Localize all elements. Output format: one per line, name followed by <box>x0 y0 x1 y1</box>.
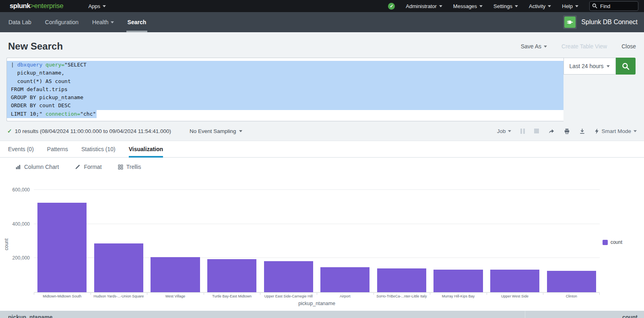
visualization-toolbar: Column Chart Format Trellis <box>0 158 644 176</box>
chevron-down-icon <box>111 21 114 23</box>
chart-bar[interactable] <box>204 176 260 292</box>
help-menu[interactable]: Help <box>562 3 578 9</box>
chevron-down-icon <box>508 130 511 132</box>
format-menu[interactable]: Format <box>75 164 101 170</box>
health-status-icon[interactable]: ✓ <box>388 3 395 10</box>
x-axis-category-label: Airport <box>317 293 374 299</box>
x-axis-category-label: Turtle Bay-East Midtown <box>204 293 260 299</box>
nav-item-data-lab[interactable]: Data Lab <box>2 12 38 32</box>
print-button[interactable] <box>564 128 570 134</box>
chart-bar[interactable] <box>317 176 374 292</box>
create-table-view-button: Create Table View <box>561 43 607 50</box>
chart-bar[interactable] <box>91 176 147 292</box>
x-axis-category-label: West Village <box>147 293 204 299</box>
search-results-bar: ✓ 10 results (08/04/2024 11:00:00.000 to… <box>0 121 644 141</box>
success-check-icon: ✓ <box>7 128 12 134</box>
stop-button <box>534 129 539 133</box>
splunk-logo[interactable]: splunk>enterprise <box>10 2 63 10</box>
page-header: New Search Save As Create Table View Clo… <box>0 32 644 58</box>
pause-icon <box>520 129 525 134</box>
event-sampling-menu[interactable]: No Event Sampling <box>190 128 242 134</box>
download-button[interactable] <box>579 128 585 134</box>
column-chart-icon <box>15 164 21 170</box>
y-axis-tick-label: 400,000 <box>12 221 30 227</box>
messages-menu[interactable]: Messages <box>453 3 483 9</box>
query-line: | dbxquery query="SELECT <box>7 61 564 69</box>
search-query-input[interactable]: | dbxquery query="SELECT pickup_ntaname,… <box>6 58 564 121</box>
chart-legend[interactable]: count <box>603 239 622 245</box>
trellis-grid-icon <box>118 164 123 170</box>
x-axis-category-label: Upper West Side <box>487 293 543 299</box>
chart-bar[interactable] <box>260 176 317 292</box>
legend-swatch <box>603 240 608 245</box>
query-line: LIMIT 10;" connection="chc" <box>7 110 564 118</box>
chart-type-picker[interactable]: Column Chart <box>15 164 59 170</box>
app-identity: Splunk DB Connect <box>563 15 638 29</box>
nav-item-search[interactable]: Search <box>121 12 153 32</box>
search-icon <box>592 3 597 8</box>
top-bar: splunk>enterprise Apps ✓ Administrator M… <box>0 0 644 12</box>
search-mode-menu[interactable]: Smart Mode <box>594 128 637 134</box>
x-axis-category-label: Clinton <box>543 293 600 299</box>
close-button[interactable]: Close <box>621 43 636 50</box>
legend-label: count <box>611 239 622 245</box>
trellis-menu[interactable]: Trellis <box>118 164 141 170</box>
column-chart: count 200,000400,000600,000 Midtown-Midt… <box>0 176 644 311</box>
app-name: Splunk DB Connect <box>581 19 638 26</box>
chart-bar[interactable] <box>430 176 487 292</box>
tab-statistics[interactable]: Statistics (10) <box>81 141 116 157</box>
pencil-icon <box>75 164 80 170</box>
time-range-picker[interactable]: Last 24 hours <box>564 58 616 75</box>
x-axis-category-label: Murray Hill-Kips Bay <box>430 293 487 299</box>
chart-bar[interactable] <box>374 176 430 292</box>
chevron-down-icon <box>575 5 578 7</box>
apps-menu-label: Apps <box>88 3 100 9</box>
x-axis-category-label: SoHo-TriBeCa-...nter-Little Italy <box>374 293 430 299</box>
x-axis-category-label: Upper East Side-Carnegie Hill <box>260 293 317 299</box>
search-icon <box>622 62 630 70</box>
nav-item-health[interactable]: Health <box>85 12 120 32</box>
activity-menu[interactable]: Activity <box>529 3 551 9</box>
y-axis-title: count <box>4 239 9 250</box>
share-icon <box>548 128 555 134</box>
x-axis-title: pickup_ntaname <box>34 301 600 306</box>
results-summary: 10 results (08/04/2024 11:00:00.000 to 0… <box>15 128 171 134</box>
find-search <box>589 1 638 11</box>
print-icon <box>564 128 570 134</box>
query-line: pickup_ntaname, <box>7 69 564 77</box>
run-search-button[interactable] <box>616 58 636 75</box>
settings-menu[interactable]: Settings <box>493 3 518 9</box>
apps-menu[interactable]: Apps <box>88 3 106 9</box>
stop-icon <box>534 129 539 133</box>
nav-item-configuration[interactable]: Configuration <box>38 12 85 32</box>
chart-bar[interactable] <box>34 176 91 292</box>
table-column-header[interactable]: count <box>525 311 644 318</box>
tab-patterns[interactable]: Patterns <box>47 141 68 157</box>
x-axis-category-label: Midtown-Midtown South <box>34 293 91 299</box>
query-line: GROUP BY pickup_ntaname <box>7 94 564 102</box>
share-button[interactable] <box>548 128 555 134</box>
smart-mode-bolt-icon <box>594 128 599 134</box>
chevron-down-icon <box>479 5 483 7</box>
save-as-button[interactable]: Save As <box>521 43 547 50</box>
db-connect-plug-icon <box>564 17 576 28</box>
table-column-header[interactable]: pickup_ntaname <box>0 311 525 318</box>
x-axis-labels: Midtown-Midtown SouthHudson Yards-...-Un… <box>34 293 600 299</box>
tab-events[interactable]: Events (0) <box>8 141 34 157</box>
chevron-down-icon <box>439 5 442 7</box>
tab-visualization[interactable]: Visualization <box>129 141 163 157</box>
app-nav-bar: Data Lab Configuration Health Search Spl… <box>0 12 644 32</box>
plot-area: 200,000400,000600,000 <box>34 176 600 293</box>
chart-bar[interactable] <box>147 176 204 292</box>
chevron-down-icon <box>515 5 518 7</box>
results-tabs: Events (0) Patterns Statistics (10) Visu… <box>0 141 644 158</box>
search-bar: | dbxquery query="SELECT pickup_ntaname,… <box>6 58 636 121</box>
job-menu[interactable]: Job <box>497 128 512 134</box>
query-line: ORDER BY count DESC <box>7 102 564 110</box>
query-line: FROM default.trips <box>7 85 564 94</box>
page-title: New Search <box>8 41 63 52</box>
chart-bar[interactable] <box>487 176 543 292</box>
administrator-menu[interactable]: Administrator <box>406 3 442 9</box>
chart-bar[interactable] <box>543 176 600 292</box>
chevron-down-icon <box>544 46 547 48</box>
